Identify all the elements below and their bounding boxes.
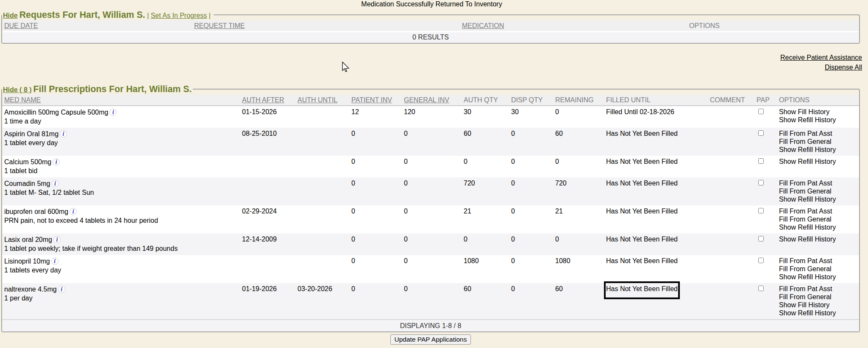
fill-col-label[interactable]: GENERAL INV xyxy=(404,96,449,104)
set-as-in-progress-link[interactable]: Set As In Progress xyxy=(151,12,207,19)
requests-col-label[interactable]: REQUEST TIME xyxy=(194,22,245,29)
option-link[interactable]: Fill From Pat Asst xyxy=(779,207,857,215)
pap-checkbox[interactable] xyxy=(758,208,764,213)
requests-empty-row: 0 RESULTS xyxy=(2,31,859,43)
info-icon[interactable]: i xyxy=(109,109,117,116)
option-link[interactable]: Show Fill History xyxy=(779,301,857,309)
prescription-row: Lisinopril 10mgi1 tablets every day00108… xyxy=(2,255,859,283)
prescription-row: Calcium 500mgi1 tablet bid00000Has Not Y… xyxy=(2,156,859,177)
auth-until-cell xyxy=(295,233,349,255)
patient-inv-cell: 0 xyxy=(349,255,402,283)
fill-col-label[interactable]: AUTH AFTER xyxy=(242,96,284,104)
option-link[interactable]: Fill From Pat Asst xyxy=(779,257,857,265)
prescription-row: Lasix oral 20mgi1 tablet po weekly; take… xyxy=(2,233,859,255)
requests-col-header: MEDICATION xyxy=(460,20,687,32)
fill-col-label: COMMENT xyxy=(710,96,745,104)
fill-col-header: DISP QTY xyxy=(509,95,553,106)
requests-col-label[interactable]: DUE DATE xyxy=(4,22,38,29)
pap-checkbox[interactable] xyxy=(758,130,764,136)
info-icon[interactable]: i xyxy=(58,286,65,293)
option-link[interactable]: Fill From Pat Asst xyxy=(779,129,857,138)
requests-legend: HideRequests For Hart, William S.|Set As… xyxy=(2,10,214,20)
info-icon[interactable]: i xyxy=(70,208,77,215)
disp-qty-cell: 0 xyxy=(509,156,553,177)
requests-col-header: REQUEST TIME xyxy=(192,20,460,32)
option-link[interactable]: Show Refill History xyxy=(779,273,857,281)
option-link[interactable]: Fill From Pat Asst xyxy=(779,285,857,293)
med-directions: 1 tablet bid xyxy=(4,166,238,175)
filled-until-cell: Filled Until 02-18-2026 xyxy=(604,106,708,128)
option-link[interactable]: Fill From General xyxy=(779,187,857,195)
option-link[interactable]: Fill From Pat Asst xyxy=(779,179,857,187)
option-link[interactable]: Show Refill History xyxy=(779,195,857,203)
pap-cell xyxy=(754,283,777,320)
options-cell: Fill From Pat AsstFill From GeneralShow … xyxy=(777,128,859,156)
pap-checkbox[interactable] xyxy=(758,258,764,263)
dispense-all-link[interactable]: Dispense All xyxy=(1,62,862,72)
prescription-row: ibuprofen oral 600mgiPRN pain, not to ex… xyxy=(2,205,859,233)
auth-qty-cell: 0 xyxy=(462,233,509,255)
info-icon[interactable]: i xyxy=(53,236,61,243)
requests-title: Requests For Hart, William S. xyxy=(19,10,145,20)
fill-col-label[interactable]: PATIENT INV xyxy=(351,96,392,104)
info-icon[interactable]: i xyxy=(52,180,59,187)
auth-qty-cell: 1080 xyxy=(462,255,509,283)
disp-qty-cell: 0 xyxy=(509,128,553,156)
option-link[interactable]: Show Refill History xyxy=(779,235,857,243)
remaining-cell: 60 xyxy=(553,283,604,320)
general-inv-cell: 0 xyxy=(402,205,462,233)
remaining-cell: 1080 xyxy=(553,255,604,283)
fill-hide-link[interactable]: Hide ( 8 ) xyxy=(3,86,32,93)
pap-checkbox[interactable] xyxy=(758,180,764,185)
general-inv-cell: 0 xyxy=(402,156,462,177)
option-link[interactable]: Fill From General xyxy=(779,138,857,146)
auth-after-cell: 12-14-2009 xyxy=(240,233,295,255)
fill-col-header: PAP xyxy=(754,95,777,106)
fill-col-label[interactable]: AUTH UNTIL xyxy=(298,96,337,104)
receive-patient-assistance-link[interactable]: Receive Patient Assistance xyxy=(1,53,862,62)
general-inv-cell: 0 xyxy=(402,128,462,156)
fill-col-header: AUTH AFTER xyxy=(240,95,295,106)
disp-qty-cell: 0 xyxy=(509,255,553,283)
info-icon[interactable]: i xyxy=(51,258,58,265)
option-link[interactable]: Fill From General xyxy=(779,293,857,301)
option-link[interactable]: Fill From General xyxy=(779,265,857,273)
pap-checkbox[interactable] xyxy=(758,236,764,241)
pap-checkbox[interactable] xyxy=(758,286,764,291)
med-name-line: Amoxicillin 500mg Capsule 500mgi xyxy=(4,108,238,117)
option-link[interactable]: Show Refill History xyxy=(779,116,857,124)
med-directions: 1 tablets every day xyxy=(4,266,238,275)
option-link[interactable]: Show Refill History xyxy=(779,146,857,154)
pap-checkbox[interactable] xyxy=(758,158,764,164)
comment-cell xyxy=(708,156,754,177)
options-cell: Fill From Pat AsstFill From GeneralShow … xyxy=(777,283,859,320)
auth-qty-cell: 720 xyxy=(462,177,509,205)
option-link[interactable]: Show Fill History xyxy=(779,108,857,116)
option-link[interactable]: Show Refill History xyxy=(779,157,857,166)
fill-table-header-row: MED NAMEAUTH AFTERAUTH UNTILPATIENT INVG… xyxy=(2,95,859,106)
info-icon[interactable]: i xyxy=(60,130,67,138)
auth-after-cell: 08-25-2010 xyxy=(240,128,295,156)
requests-hide-link[interactable]: Hide xyxy=(3,12,18,19)
option-link[interactable]: Show Refill History xyxy=(779,223,857,231)
med-name-line: Coumadin 5mgi xyxy=(4,179,238,188)
disp-qty-cell: 0 xyxy=(509,177,553,205)
fill-col-header: AUTH UNTIL xyxy=(295,95,349,106)
fill-col-label[interactable]: MED NAME xyxy=(4,96,41,104)
requests-col-label[interactable]: MEDICATION xyxy=(462,22,504,29)
auth-until-cell xyxy=(295,255,349,283)
options-cell: Show Fill HistoryShow Refill History xyxy=(777,106,859,128)
pap-cell xyxy=(754,106,777,128)
highlight-box xyxy=(604,281,680,299)
update-pap-button[interactable]: Update PAP Applications xyxy=(390,334,471,345)
auth-until-cell xyxy=(295,106,349,128)
patient-inv-cell: 0 xyxy=(349,177,402,205)
auth-qty-cell: 30 xyxy=(462,106,509,128)
disp-qty-cell: 0 xyxy=(509,233,553,255)
auth-after-cell xyxy=(240,255,295,283)
option-link[interactable]: Fill From General xyxy=(779,215,857,223)
info-icon[interactable]: i xyxy=(53,158,60,166)
option-link[interactable]: Show Refill History xyxy=(779,309,857,317)
pap-checkbox[interactable] xyxy=(758,109,764,114)
pap-cell xyxy=(754,177,777,205)
